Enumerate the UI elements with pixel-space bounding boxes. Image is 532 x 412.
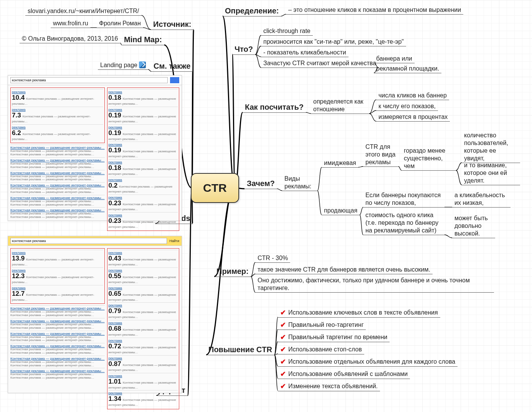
how-impressions: к числу его показов, xyxy=(376,101,438,111)
improve-item: Использование ключевых слов в тексте объ… xyxy=(278,307,440,318)
search-button[interactable] xyxy=(170,77,179,83)
why-selling-cpc: стоимость одного клика (т.е. перехода по… xyxy=(363,210,444,235)
ad-row: реклама 0.18Контекстная реклама — размещ… xyxy=(109,159,178,177)
why-image-users: количество пользователей, которые ее уви… xyxy=(462,130,520,163)
how-percent: измеряется в процентах xyxy=(376,112,450,122)
ad-row: реклама 7.3Контекстная реклама — размеще… xyxy=(12,107,103,124)
branch-source: Источник: xyxy=(151,18,193,30)
why-image: имиджевая xyxy=(322,158,359,168)
ad-row: реклама 6.2Контекстная реклама — размеще… xyxy=(12,124,103,142)
example-high: такое значение CTR для баннеров является… xyxy=(255,265,433,274)
what-quality-banner: баннера или xyxy=(374,54,415,63)
branch-definition: Определение: xyxy=(223,5,281,16)
ad-row: реклама 0.79Контекстная реклама — размещ… xyxy=(109,302,178,320)
improve-item: Правильный гео-таргетинг xyxy=(278,319,366,330)
organic-row: Контекстная реклама — размещение интерне… xyxy=(10,207,105,220)
branch-improve: Повышение CTR xyxy=(206,344,274,355)
why-image-less: гораздо менее существенно, чем xyxy=(401,146,456,171)
why-selling: продающая xyxy=(322,206,360,215)
organic-row: Контекстная реклама — размещение интерне… xyxy=(10,182,105,195)
why-image-ctr: CTR для этого вида рекламы xyxy=(363,142,398,167)
mindmap-credit: © Ольга Виноградова, 2013, 2016 xyxy=(20,34,120,43)
improve-item: Использование стоп-слов xyxy=(278,344,364,354)
what-pronounce: произносится как "си-ти-ар" или, реже, "… xyxy=(261,37,406,46)
ad-row: реклама 0.72Контекстная реклама — размещ… xyxy=(109,338,178,355)
why-image-attention: и то внимание, которое они ей уделят. xyxy=(462,160,520,185)
search-input[interactable] xyxy=(10,238,167,244)
adwords-screenshot: реклама 10.4Контекстная реклама — размещ… xyxy=(8,75,182,221)
ad-row: реклама 0.23Контекстная реклама — размещ… xyxy=(109,212,178,230)
branch-mindmap: Mind Map: xyxy=(122,34,164,45)
ad-row: реклама 0.19Контекстная реклама — размещ… xyxy=(109,124,178,142)
ad-row: реклама 0.55Контекстная реклама — размещ… xyxy=(109,267,178,285)
branch-why: Зачем? xyxy=(245,178,277,189)
branch-how: Как посчитать? xyxy=(243,101,306,113)
organic-row: Контекстная реклама — размещение интерне… xyxy=(10,170,105,183)
example-30: CTR - 30% xyxy=(255,253,290,263)
organic-row: Контекстная реклама — размещение интерне… xyxy=(10,368,105,381)
organic-row: Контекстная реклама — размещение интерне… xyxy=(10,343,105,356)
ad-row: реклама 0.23Контекстная реклама — размещ… xyxy=(109,194,178,212)
link-icon xyxy=(139,61,146,68)
branch-what: Что? xyxy=(232,43,255,55)
definition-text: – это отношение кликов к показам в проце… xyxy=(286,5,463,15)
mindmap-root: CTR xyxy=(191,173,239,203)
organic-row: Контекстная реклама — размещение интерне… xyxy=(10,195,105,208)
ad-row: реклама 0.19Контекстная реклама — размещ… xyxy=(109,142,178,159)
ad-row: реклама 0.18Контекстная реклама — размещ… xyxy=(109,89,178,107)
how-ratio: определяется как отношение xyxy=(311,97,369,114)
why-selling-buy: Если баннеры покупаются по числу показов… xyxy=(363,190,444,208)
ad-row: реклама 0.65Контекстная реклама — размещ… xyxy=(109,285,178,303)
what-quality: Зачастую CTR считают мерой качества xyxy=(261,58,378,68)
organic-row: Контекстная реклама — размещение интерне… xyxy=(10,356,105,368)
ad-row: реклама 0.2Контекстная реклама — размеще… xyxy=(109,177,178,194)
ad-row: реклама 1.01Контекстная реклама — размещ… xyxy=(109,373,178,391)
what-ctr-en: click-through rate xyxy=(261,26,313,36)
why-selling-lowctr: а кликабельность их низкая, xyxy=(452,190,511,208)
improve-item: Использование объявлений с шаблонами xyxy=(278,368,410,379)
ad-row: реклама 0.43Контекстная реклама — размещ… xyxy=(109,250,178,267)
why-kinds: Виды рекламы: xyxy=(282,174,317,191)
ad-row: реклама 0.68Контекстная реклама — размещ… xyxy=(109,320,178,338)
source-url[interactable]: slovari.yandex.ru/~книги/Интернет/CTR/ xyxy=(25,6,141,16)
source-author: Фролин Роман xyxy=(97,18,143,28)
what-click-index: - показатель кликабельности xyxy=(261,48,349,57)
ad-row: реклама 1.34Контекстная реклама — размещ… xyxy=(109,390,178,408)
organic-row: Контекстная реклама — размещение интерне… xyxy=(10,331,105,343)
organic-row: Контекстная реклама — размещение интерне… xyxy=(10,318,105,331)
branch-example: Пример: xyxy=(214,265,251,277)
see-also-label: Landing page xyxy=(100,62,137,68)
why-selling-cpc-high: может быть довольно высокой. xyxy=(452,213,495,238)
direct-screenshot: Найти реклама 13.9Контекстная реклама — … xyxy=(8,236,182,393)
ad-row: реклама 12.7Контекстная реклама — размещ… xyxy=(12,285,103,303)
improve-item: Изменение текста объявлений. xyxy=(278,381,380,391)
organic-row: Контекстная реклама — размещение интерне… xyxy=(10,145,105,157)
organic-row: Контекстная реклама — размещение интерне… xyxy=(10,157,105,170)
ad-row: реклама 0.19Контекстная реклама — размещ… xyxy=(109,107,178,124)
source-site[interactable]: www.frolin.ru xyxy=(51,18,91,28)
ad-row: реклама 13.9Контекстная реклама — размещ… xyxy=(12,250,103,267)
branch-see-also: См. также xyxy=(151,60,193,72)
search-input[interactable] xyxy=(10,77,168,83)
example-achievable: Оно достижимо, фактически, только при уд… xyxy=(255,275,494,293)
see-also-landing[interactable]: Landing page xyxy=(98,60,148,70)
organic-row: Контекстная реклама — размещение интерне… xyxy=(10,305,105,318)
how-clicks: числа кликов на баннер xyxy=(376,91,449,100)
what-quality-placement: рекламной площадки. xyxy=(374,64,441,73)
ad-row: реклама 10.4Контекстная реклама — размещ… xyxy=(12,89,103,107)
ad-row: реклама 0.87Контекстная реклама — размещ… xyxy=(109,355,178,373)
improve-item: Использование отдельных объявления для к… xyxy=(278,356,458,367)
ad-row: реклама 12.3Контекстная реклама — размещ… xyxy=(12,267,103,285)
improve-item: Правильный таргетинг по времени xyxy=(278,331,390,342)
